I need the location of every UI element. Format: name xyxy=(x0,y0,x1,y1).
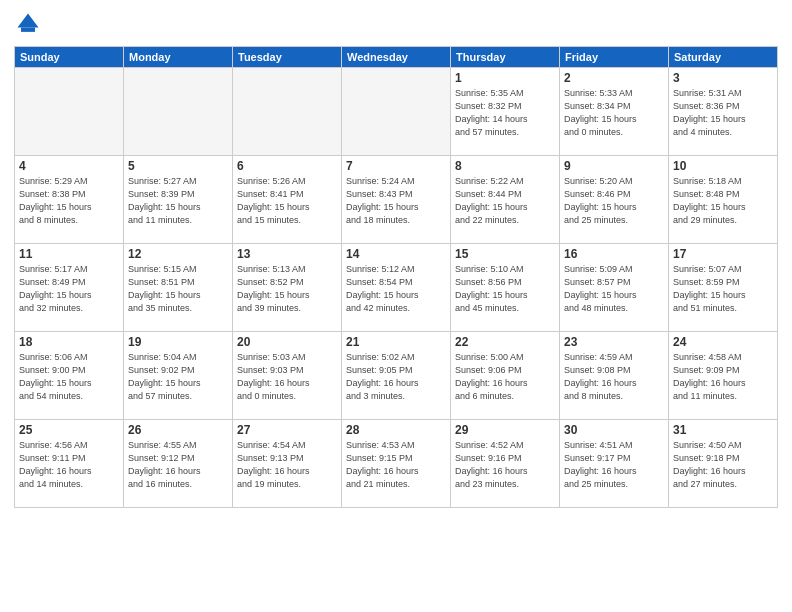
calendar-cell xyxy=(233,68,342,156)
day-number: 2 xyxy=(564,71,664,85)
day-number: 5 xyxy=(128,159,228,173)
day-number: 19 xyxy=(128,335,228,349)
day-number: 7 xyxy=(346,159,446,173)
calendar-cell xyxy=(15,68,124,156)
day-info: Sunrise: 4:52 AM Sunset: 9:16 PM Dayligh… xyxy=(455,439,555,491)
day-number: 24 xyxy=(673,335,773,349)
calendar-cell: 7Sunrise: 5:24 AM Sunset: 8:43 PM Daylig… xyxy=(342,156,451,244)
calendar-cell xyxy=(124,68,233,156)
logo-icon xyxy=(14,10,42,38)
day-info: Sunrise: 5:15 AM Sunset: 8:51 PM Dayligh… xyxy=(128,263,228,315)
header xyxy=(14,10,778,38)
day-info: Sunrise: 5:17 AM Sunset: 8:49 PM Dayligh… xyxy=(19,263,119,315)
day-info: Sunrise: 5:13 AM Sunset: 8:52 PM Dayligh… xyxy=(237,263,337,315)
day-number: 26 xyxy=(128,423,228,437)
weekday-header-tuesday: Tuesday xyxy=(233,47,342,68)
day-info: Sunrise: 5:33 AM Sunset: 8:34 PM Dayligh… xyxy=(564,87,664,139)
day-info: Sunrise: 5:10 AM Sunset: 8:56 PM Dayligh… xyxy=(455,263,555,315)
weekday-header-sunday: Sunday xyxy=(15,47,124,68)
calendar-cell: 31Sunrise: 4:50 AM Sunset: 9:18 PM Dayli… xyxy=(669,420,778,508)
day-info: Sunrise: 4:58 AM Sunset: 9:09 PM Dayligh… xyxy=(673,351,773,403)
day-number: 6 xyxy=(237,159,337,173)
day-number: 21 xyxy=(346,335,446,349)
calendar-cell: 12Sunrise: 5:15 AM Sunset: 8:51 PM Dayli… xyxy=(124,244,233,332)
calendar-cell: 9Sunrise: 5:20 AM Sunset: 8:46 PM Daylig… xyxy=(560,156,669,244)
calendar-cell: 26Sunrise: 4:55 AM Sunset: 9:12 PM Dayli… xyxy=(124,420,233,508)
weekday-header-friday: Friday xyxy=(560,47,669,68)
day-info: Sunrise: 5:03 AM Sunset: 9:03 PM Dayligh… xyxy=(237,351,337,403)
day-info: Sunrise: 4:55 AM Sunset: 9:12 PM Dayligh… xyxy=(128,439,228,491)
calendar-cell: 20Sunrise: 5:03 AM Sunset: 9:03 PM Dayli… xyxy=(233,332,342,420)
day-number: 4 xyxy=(19,159,119,173)
week-row-3: 18Sunrise: 5:06 AM Sunset: 9:00 PM Dayli… xyxy=(15,332,778,420)
day-number: 18 xyxy=(19,335,119,349)
day-number: 1 xyxy=(455,71,555,85)
day-number: 13 xyxy=(237,247,337,261)
day-info: Sunrise: 5:20 AM Sunset: 8:46 PM Dayligh… xyxy=(564,175,664,227)
weekday-header-row: SundayMondayTuesdayWednesdayThursdayFrid… xyxy=(15,47,778,68)
day-info: Sunrise: 5:22 AM Sunset: 8:44 PM Dayligh… xyxy=(455,175,555,227)
day-info: Sunrise: 5:09 AM Sunset: 8:57 PM Dayligh… xyxy=(564,263,664,315)
calendar-cell: 11Sunrise: 5:17 AM Sunset: 8:49 PM Dayli… xyxy=(15,244,124,332)
calendar-cell: 1Sunrise: 5:35 AM Sunset: 8:32 PM Daylig… xyxy=(451,68,560,156)
calendar-cell: 25Sunrise: 4:56 AM Sunset: 9:11 PM Dayli… xyxy=(15,420,124,508)
svg-marker-0 xyxy=(18,14,39,28)
calendar-cell: 21Sunrise: 5:02 AM Sunset: 9:05 PM Dayli… xyxy=(342,332,451,420)
calendar: SundayMondayTuesdayWednesdayThursdayFrid… xyxy=(14,46,778,508)
day-number: 8 xyxy=(455,159,555,173)
weekday-header-thursday: Thursday xyxy=(451,47,560,68)
weekday-header-monday: Monday xyxy=(124,47,233,68)
weekday-header-saturday: Saturday xyxy=(669,47,778,68)
calendar-cell: 30Sunrise: 4:51 AM Sunset: 9:17 PM Dayli… xyxy=(560,420,669,508)
calendar-cell: 8Sunrise: 5:22 AM Sunset: 8:44 PM Daylig… xyxy=(451,156,560,244)
week-row-0: 1Sunrise: 5:35 AM Sunset: 8:32 PM Daylig… xyxy=(15,68,778,156)
calendar-cell: 3Sunrise: 5:31 AM Sunset: 8:36 PM Daylig… xyxy=(669,68,778,156)
day-info: Sunrise: 4:56 AM Sunset: 9:11 PM Dayligh… xyxy=(19,439,119,491)
day-number: 30 xyxy=(564,423,664,437)
day-number: 23 xyxy=(564,335,664,349)
day-number: 15 xyxy=(455,247,555,261)
calendar-cell: 28Sunrise: 4:53 AM Sunset: 9:15 PM Dayli… xyxy=(342,420,451,508)
day-info: Sunrise: 5:35 AM Sunset: 8:32 PM Dayligh… xyxy=(455,87,555,139)
day-info: Sunrise: 5:29 AM Sunset: 8:38 PM Dayligh… xyxy=(19,175,119,227)
calendar-cell: 14Sunrise: 5:12 AM Sunset: 8:54 PM Dayli… xyxy=(342,244,451,332)
calendar-cell: 2Sunrise: 5:33 AM Sunset: 8:34 PM Daylig… xyxy=(560,68,669,156)
day-number: 25 xyxy=(19,423,119,437)
calendar-cell: 18Sunrise: 5:06 AM Sunset: 9:00 PM Dayli… xyxy=(15,332,124,420)
calendar-cell xyxy=(342,68,451,156)
day-number: 9 xyxy=(564,159,664,173)
day-info: Sunrise: 5:12 AM Sunset: 8:54 PM Dayligh… xyxy=(346,263,446,315)
day-number: 17 xyxy=(673,247,773,261)
day-number: 16 xyxy=(564,247,664,261)
day-info: Sunrise: 5:02 AM Sunset: 9:05 PM Dayligh… xyxy=(346,351,446,403)
calendar-cell: 13Sunrise: 5:13 AM Sunset: 8:52 PM Dayli… xyxy=(233,244,342,332)
day-number: 14 xyxy=(346,247,446,261)
week-row-2: 11Sunrise: 5:17 AM Sunset: 8:49 PM Dayli… xyxy=(15,244,778,332)
calendar-cell: 23Sunrise: 4:59 AM Sunset: 9:08 PM Dayli… xyxy=(560,332,669,420)
svg-rect-1 xyxy=(21,28,35,32)
week-row-4: 25Sunrise: 4:56 AM Sunset: 9:11 PM Dayli… xyxy=(15,420,778,508)
day-number: 22 xyxy=(455,335,555,349)
calendar-cell: 15Sunrise: 5:10 AM Sunset: 8:56 PM Dayli… xyxy=(451,244,560,332)
day-info: Sunrise: 4:59 AM Sunset: 9:08 PM Dayligh… xyxy=(564,351,664,403)
day-info: Sunrise: 4:51 AM Sunset: 9:17 PM Dayligh… xyxy=(564,439,664,491)
page: SundayMondayTuesdayWednesdayThursdayFrid… xyxy=(0,0,792,612)
calendar-cell: 27Sunrise: 4:54 AM Sunset: 9:13 PM Dayli… xyxy=(233,420,342,508)
calendar-cell: 24Sunrise: 4:58 AM Sunset: 9:09 PM Dayli… xyxy=(669,332,778,420)
day-info: Sunrise: 5:27 AM Sunset: 8:39 PM Dayligh… xyxy=(128,175,228,227)
day-info: Sunrise: 5:26 AM Sunset: 8:41 PM Dayligh… xyxy=(237,175,337,227)
day-info: Sunrise: 5:31 AM Sunset: 8:36 PM Dayligh… xyxy=(673,87,773,139)
week-row-1: 4Sunrise: 5:29 AM Sunset: 8:38 PM Daylig… xyxy=(15,156,778,244)
day-info: Sunrise: 4:50 AM Sunset: 9:18 PM Dayligh… xyxy=(673,439,773,491)
day-number: 3 xyxy=(673,71,773,85)
day-number: 28 xyxy=(346,423,446,437)
day-info: Sunrise: 5:24 AM Sunset: 8:43 PM Dayligh… xyxy=(346,175,446,227)
calendar-cell: 19Sunrise: 5:04 AM Sunset: 9:02 PM Dayli… xyxy=(124,332,233,420)
day-number: 11 xyxy=(19,247,119,261)
day-number: 12 xyxy=(128,247,228,261)
day-info: Sunrise: 5:07 AM Sunset: 8:59 PM Dayligh… xyxy=(673,263,773,315)
day-info: Sunrise: 5:06 AM Sunset: 9:00 PM Dayligh… xyxy=(19,351,119,403)
calendar-cell: 22Sunrise: 5:00 AM Sunset: 9:06 PM Dayli… xyxy=(451,332,560,420)
calendar-cell: 29Sunrise: 4:52 AM Sunset: 9:16 PM Dayli… xyxy=(451,420,560,508)
day-number: 31 xyxy=(673,423,773,437)
